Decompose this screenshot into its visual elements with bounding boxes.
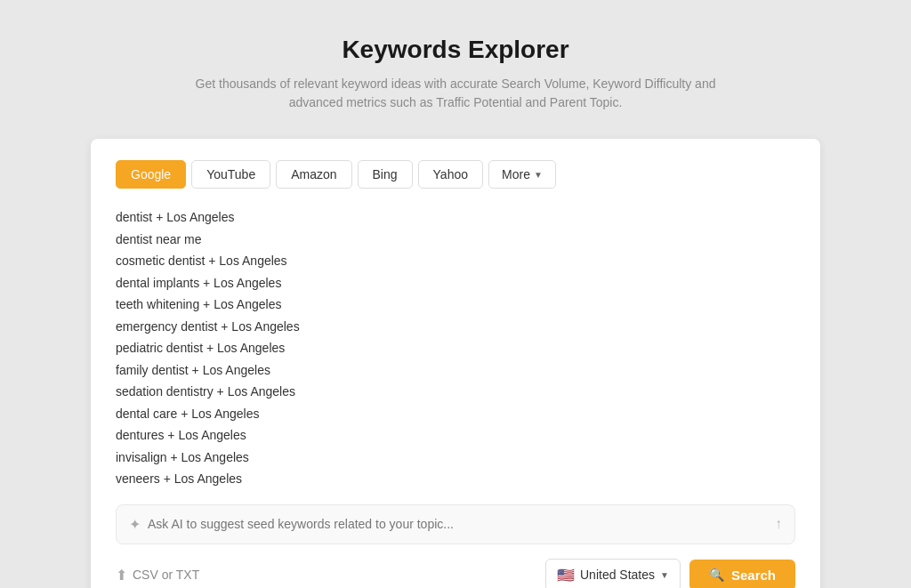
csv-label: CSV or TXT xyxy=(133,568,199,582)
tab-youtube[interactable]: YouTube xyxy=(191,160,270,189)
ai-input[interactable] xyxy=(148,517,768,531)
search-label: Search xyxy=(731,568,776,583)
tab-bing[interactable]: Bing xyxy=(358,160,413,189)
page-title: Keywords Explorer xyxy=(189,36,722,64)
keyword-item[interactable]: invisalign + Los Angeles xyxy=(116,447,795,469)
keyword-item[interactable]: sedation dentistry + Los Angeles xyxy=(116,381,795,403)
keyword-item[interactable]: emergency dentist + Los Angeles xyxy=(116,316,795,338)
ai-submit-icon[interactable]: ↑ xyxy=(775,516,782,532)
bottom-row: ⬆ CSV or TXT 🇺🇸 United States ▼ 🔍 Search xyxy=(116,559,795,589)
page-wrapper: Keywords Explorer Get thousands of relev… xyxy=(0,0,911,588)
tab-amazon[interactable]: Amazon xyxy=(276,160,351,189)
csv-upload[interactable]: ⬆ CSV or TXT xyxy=(116,567,199,584)
tab-more[interactable]: More ▼ xyxy=(488,160,556,189)
main-card: Google YouTube Amazon Bing Yahoo More ▼ … xyxy=(91,139,820,588)
keyword-item[interactable]: dentist + Los Angeles xyxy=(116,206,795,229)
keyword-item[interactable]: dentist near me xyxy=(116,229,795,251)
keyword-item[interactable]: dentures + Los Angeles xyxy=(116,424,795,447)
search-icon: 🔍 xyxy=(709,568,724,582)
more-label: More xyxy=(502,167,530,181)
upload-icon: ⬆ xyxy=(116,567,127,584)
right-controls: 🇺🇸 United States ▼ 🔍 Search xyxy=(545,559,795,589)
page-subtitle: Get thousands of relevant keyword ideas … xyxy=(189,75,722,112)
flag-icon: 🇺🇸 xyxy=(557,567,575,584)
keyword-item[interactable]: teeth whitening + Los Angeles xyxy=(116,294,795,316)
country-label: United States xyxy=(580,568,655,582)
header-section: Keywords Explorer Get thousands of relev… xyxy=(189,36,722,112)
chevron-down-icon: ▼ xyxy=(534,170,543,180)
keyword-item[interactable]: dental care + Los Angeles xyxy=(116,403,795,425)
country-selector[interactable]: 🇺🇸 United States ▼ xyxy=(545,559,681,589)
tabs-row: Google YouTube Amazon Bing Yahoo More ▼ xyxy=(116,160,795,189)
keywords-area: dentist + Los Angelesdentist near mecosm… xyxy=(116,206,795,490)
chevron-down-icon: ▼ xyxy=(660,570,669,580)
keyword-item[interactable]: veneers + Los Angeles xyxy=(116,468,795,490)
keyword-item[interactable]: pediatric dentist + Los Angeles xyxy=(116,337,795,359)
keyword-item[interactable]: family dentist + Los Angeles xyxy=(116,359,795,382)
ai-input-row: ✦ ↑ xyxy=(116,504,795,544)
keyword-item[interactable]: cosmetic dentist + Los Angeles xyxy=(116,250,795,272)
ai-icon: ✦ xyxy=(129,516,141,533)
keyword-item[interactable]: dental implants + Los Angeles xyxy=(116,272,795,294)
search-button[interactable]: 🔍 Search xyxy=(689,560,795,589)
tab-google[interactable]: Google xyxy=(116,160,186,189)
tab-yahoo[interactable]: Yahoo xyxy=(418,160,483,189)
